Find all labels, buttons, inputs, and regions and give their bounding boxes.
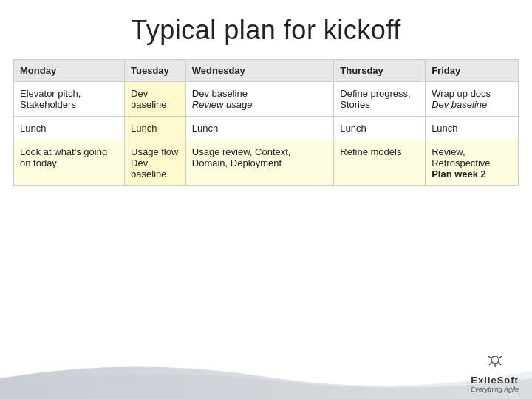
cell-r2-c3: Refine models	[334, 140, 426, 186]
cell-r2-c4: Review, RetrospectivePlan week 2	[426, 140, 519, 186]
table-header-row: Monday Tuesday Wednesday Thursday Friday	[14, 60, 519, 82]
svg-line-5	[489, 362, 492, 365]
table-row-row-bottom: Look at what's going on todayUsage flowD…	[14, 140, 519, 186]
svg-point-0	[491, 356, 499, 364]
cell-r0-c3: Define progress, Stories	[334, 82, 426, 117]
col-friday: Friday	[426, 60, 519, 82]
logo-tagline: Everything Agile	[471, 386, 519, 393]
col-tuesday: Tuesday	[125, 60, 186, 82]
table-wrapper: Monday Tuesday Wednesday Thursday Friday…	[13, 59, 519, 186]
cell-r2-c0: Look at what's going on today	[14, 140, 125, 186]
exilesoft-logo-icon	[485, 356, 505, 373]
logo-name: ExileSoft	[471, 375, 519, 386]
svg-line-6	[498, 362, 501, 365]
cell-r1-c3: Lunch	[334, 117, 426, 140]
logo-area: ExileSoft Everything Agile	[471, 356, 519, 393]
cell-r1-c4: Lunch	[426, 117, 519, 140]
cell-r0-c2: Dev baselineReview usage	[185, 82, 334, 117]
cell-r0-c0: Elevator pitch, Stakeholders	[14, 82, 125, 117]
cell-r1-c2: Lunch	[185, 117, 334, 140]
col-wednesday: Wednesday	[185, 60, 334, 82]
table-row-row-lunch: LunchLunchLunchLunchLunch	[14, 117, 519, 140]
plan-table: Monday Tuesday Wednesday Thursday Friday…	[13, 59, 519, 186]
cell-r1-c1: Lunch	[125, 117, 186, 140]
page-title: Typical plan for kickoff	[0, 0, 532, 59]
cell-r0-c4: Wrap up docsDev baseline	[426, 82, 519, 117]
cell-r0-c1: Dev baseline	[125, 82, 186, 117]
table-row-row-top: Elevator pitch, StakeholdersDev baseline…	[14, 82, 519, 117]
cell-r1-c0: Lunch	[14, 117, 125, 140]
bottom-decoration: ExileSoft Everything Agile	[0, 356, 532, 399]
cell-r2-c2: Usage review, Context, Domain, Deploymen…	[185, 140, 334, 186]
svg-line-4	[499, 356, 502, 358]
svg-line-3	[488, 356, 491, 358]
cell-r2-c1: Usage flowDev baseline	[125, 140, 186, 186]
col-monday: Monday	[14, 60, 125, 82]
col-thursday: Thursday	[334, 60, 426, 82]
